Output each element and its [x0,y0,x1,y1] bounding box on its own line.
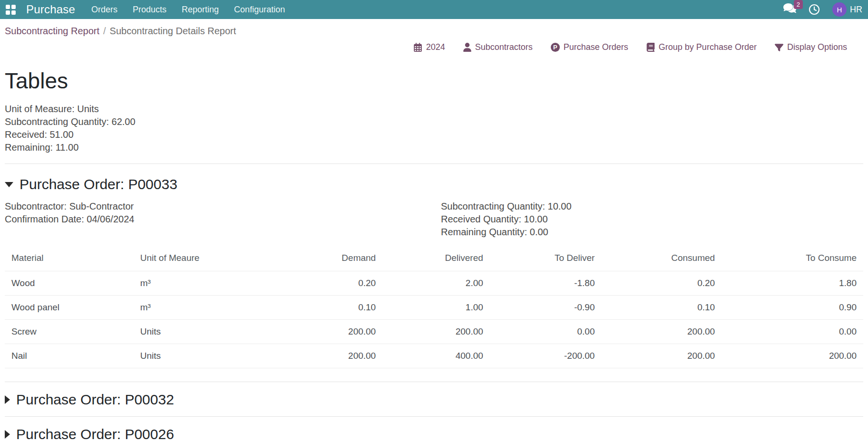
filter-icon [775,43,783,52]
cell-to-consume: 0.00 [722,320,863,344]
cell-to-consume: 0.90 [722,296,863,320]
filter-subcontractors[interactable]: Subcontractors [463,42,533,52]
po-title-text: Purchase Order: P00032 [16,391,174,409]
cell-to-deliver: 0.00 [490,320,602,344]
filter-purchase-orders-label: Purchase Orders [564,42,628,52]
filter-display-options[interactable]: Display Options [775,42,847,52]
filter-group-by[interactable]: Group by Purchase Order [646,42,757,52]
cell-delivered: 200.00 [382,320,490,344]
notification-badge: 2 [794,0,803,9]
table-row: Nail Units 200.00 400.00 -200.00 200.00 … [5,344,863,368]
col-to-deliver: To Deliver [490,247,602,271]
messages-button[interactable]: 2 [783,3,796,16]
breadcrumb-parent-link[interactable]: Subcontracting Report [5,26,99,37]
section-divider [5,163,863,164]
po-info-left: Subcontractor: Sub-Contractor Confirmati… [5,200,441,239]
username-label: HR [850,5,862,15]
user-menu[interactable]: H HR [832,2,862,17]
summary-remaining: Remaining: 11.00 [5,141,863,154]
filter-year-label: 2024 [426,42,445,52]
purchase-order-section-open: Purchase Order: P00033 Subcontractor: Su… [5,175,863,368]
topbar-left: Purchase Orders Products Reporting Confi… [6,3,285,16]
report-content: Tables Unit of Measure: Units Subcontrac… [0,68,868,441]
menu-orders[interactable]: Orders [91,5,117,15]
cell-delivered: 1.00 [382,296,490,320]
filter-group-by-label: Group by Purchase Order [659,42,757,52]
apps-menu-icon[interactable] [6,5,16,15]
breadcrumb-current: Subcontracting Details Report [110,26,236,37]
cell-demand: 0.10 [254,296,382,320]
po-subcontractor: Subcontractor: Sub-Contractor [5,200,441,213]
summary-subcontracting-qty: Subcontracting Quantity: 62.00 [5,115,863,128]
section-divider [5,382,863,382]
cell-uom: Units [134,320,254,344]
control-panel: Subcontracting Report / Subcontracting D… [0,19,868,52]
po-confirmation-date: Confirmation Date: 04/06/2024 [5,213,441,226]
caret-down-icon [5,182,13,187]
cell-consumed: 0.20 [601,271,722,296]
cell-uom: m³ [134,271,254,296]
col-demand: Demand [254,247,382,271]
purchase-order-icon: P [551,43,560,52]
col-to-consume: To Consume [722,247,863,271]
materials-table: Material Unit of Meaure Demand Delivered… [5,247,863,368]
cell-material: Screw [5,320,134,344]
filter-purchase-orders[interactable]: P Purchase Orders [551,42,628,52]
cell-to-deliver: -0.90 [490,296,602,320]
po-header-p00026[interactable]: Purchase Order: P00026 [5,425,863,441]
po-title-text: Purchase Order: P00026 [16,425,174,441]
cell-demand: 0.20 [254,271,382,296]
cell-to-consume: 200.00 [722,344,863,368]
grid-icon [6,5,16,15]
cell-to-consume: 1.80 [722,271,863,296]
po-received-qty: Received Quantity: 10.00 [441,213,863,226]
col-delivered: Delivered [382,247,490,271]
filter-display-options-label: Display Options [787,42,847,52]
col-consumed: Consumed [601,247,722,271]
table-row: Screw Units 200.00 200.00 0.00 200.00 0.… [5,320,863,344]
menu-products[interactable]: Products [133,5,166,15]
report-summary: Unit of Measure: Units Subcontracting Qu… [5,103,863,154]
calendar-icon [413,43,422,52]
caret-right-icon [5,430,10,439]
caret-right-icon [5,395,10,404]
cell-material: Nail [5,344,134,368]
po-header-p00033[interactable]: Purchase Order: P00033 [5,175,863,193]
col-uom: Unit of Meaure [134,247,254,271]
clock-icon [809,4,820,15]
cell-material: Wood panel [5,296,134,320]
cell-consumed: 0.10 [601,296,722,320]
po-title-text: Purchase Order: P00033 [20,175,177,193]
book-icon [646,43,655,52]
table-row: Wood panel m³ 0.10 1.00 -0.90 0.10 0.90 [5,296,863,320]
cell-demand: 200.00 [254,320,382,344]
avatar: H [832,2,847,17]
breadcrumb: Subcontracting Report / Subcontracting D… [5,26,863,37]
topbar-right: 2 H HR [783,2,862,17]
filters-row: 2024 Subcontractors P Purchase Orders Gr… [5,42,863,52]
cell-to-deliver: -200.00 [490,344,602,368]
breadcrumb-separator: / [103,26,106,37]
cell-uom: Units [134,344,254,368]
app-name[interactable]: Purchase [26,3,75,16]
menu-configuration[interactable]: Configuration [234,5,285,15]
cell-material: Wood [5,271,134,296]
col-material: Material [5,247,134,271]
filter-year[interactable]: 2024 [413,42,445,52]
summary-uom: Unit of Measure: Units [5,103,863,115]
top-navbar: Purchase Orders Products Reporting Confi… [0,0,868,19]
po-info-right: Subcontracting Quantity: 10.00 Received … [441,200,863,239]
cell-uom: m³ [134,296,254,320]
po-header-p00032[interactable]: Purchase Order: P00032 [5,391,863,409]
filter-subcontractors-label: Subcontractors [475,42,533,52]
user-icon [463,43,471,52]
summary-received: Received: 51.00 [5,128,863,141]
materials-table-header: Material Unit of Meaure Demand Delivered… [5,247,863,271]
menu-reporting[interactable]: Reporting [182,5,219,15]
cell-consumed: 200.00 [601,344,722,368]
section-divider [5,416,863,417]
activities-button[interactable] [809,4,820,15]
cell-consumed: 200.00 [601,320,722,344]
cell-demand: 200.00 [254,344,382,368]
table-row: Wood m³ 0.20 2.00 -1.80 0.20 1.80 [5,271,863,296]
